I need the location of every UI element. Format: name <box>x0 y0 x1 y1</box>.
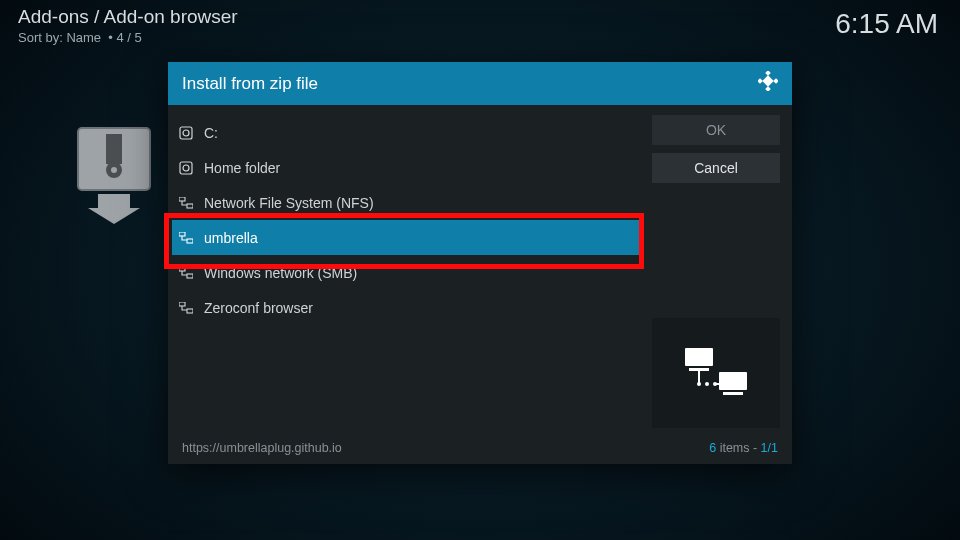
dialog-side-column: OK Cancel <box>652 115 780 428</box>
breadcrumb: Add-ons / Add-on browser <box>18 6 238 28</box>
footer-page: 1/1 <box>761 441 778 455</box>
svg-rect-14 <box>179 197 185 201</box>
svg-rect-19 <box>187 274 193 278</box>
svg-rect-5 <box>765 71 771 76</box>
dialog-title-text: Install from zip file <box>182 74 318 94</box>
dialog-footer: https://umbrellaplug.github.io 6 items -… <box>168 434 792 464</box>
file-row-label: umbrella <box>204 230 258 246</box>
svg-rect-8 <box>773 78 778 84</box>
footer-items-sep: - <box>750 441 761 455</box>
svg-rect-7 <box>758 78 763 84</box>
svg-rect-15 <box>187 204 193 208</box>
clock: 6:15 AM <box>835 8 938 40</box>
file-list: C: Home folder Network File System (NFS)… <box>172 115 640 428</box>
footer-count: 6 items - 1/1 <box>709 441 778 455</box>
file-row-label: C: <box>204 125 218 141</box>
file-row-nfs[interactable]: Network File System (NFS) <box>172 185 640 220</box>
file-row-smb[interactable]: Windows network (SMB) <box>172 255 640 290</box>
footer-path: https://umbrellaplug.github.io <box>182 441 342 455</box>
file-row-label: Network File System (NFS) <box>204 195 374 211</box>
sort-value: Name <box>66 30 101 45</box>
file-row-label: Zeroconf browser <box>204 300 313 316</box>
svg-point-4 <box>111 167 117 173</box>
svg-rect-10 <box>180 127 192 139</box>
svg-rect-22 <box>685 348 713 366</box>
svg-rect-12 <box>180 162 192 174</box>
ok-button[interactable]: OK <box>652 115 780 145</box>
dialog-title-bar: Install from zip file <box>168 62 792 105</box>
svg-rect-9 <box>762 75 773 86</box>
network-icon <box>178 195 194 211</box>
file-row-c-drive[interactable]: C: <box>172 115 640 150</box>
svg-rect-24 <box>719 372 747 390</box>
preview-thumbnail <box>652 318 780 428</box>
svg-point-27 <box>705 382 709 386</box>
page-position: 4 / 5 <box>117 30 142 45</box>
svg-rect-20 <box>179 302 185 306</box>
svg-rect-6 <box>765 86 771 91</box>
kodi-logo-icon <box>758 71 778 96</box>
sort-line: Sort by: Name • 4 / 5 <box>18 30 238 45</box>
svg-rect-21 <box>187 309 193 313</box>
file-row-home-folder[interactable]: Home folder <box>172 150 640 185</box>
file-row-label: Home folder <box>204 160 280 176</box>
file-row-umbrella[interactable]: umbrella <box>172 220 640 255</box>
sort-label: Sort by: <box>18 30 63 45</box>
svg-rect-18 <box>179 267 185 271</box>
svg-rect-2 <box>106 134 122 164</box>
network-icon <box>178 265 194 281</box>
footer-items-word: items <box>716 441 749 455</box>
disk-icon <box>178 125 194 141</box>
install-zip-dialog: Install from zip file C: Home folder <box>168 62 792 464</box>
network-icon <box>178 300 194 316</box>
zip-download-icon <box>76 126 152 224</box>
svg-rect-16 <box>179 232 185 236</box>
svg-rect-25 <box>723 392 743 395</box>
svg-point-13 <box>183 165 189 171</box>
svg-point-11 <box>183 130 189 136</box>
file-row-zeroconf[interactable]: Zeroconf browser <box>172 290 640 325</box>
dialog-body: C: Home folder Network File System (NFS)… <box>168 105 792 434</box>
network-icon <box>178 230 194 246</box>
disk-icon <box>178 160 194 176</box>
header: Add-ons / Add-on browser Sort by: Name •… <box>18 6 238 45</box>
sort-sep: • <box>108 30 113 45</box>
svg-rect-23 <box>689 368 709 371</box>
svg-rect-17 <box>187 239 193 243</box>
cancel-button[interactable]: Cancel <box>652 153 780 183</box>
file-row-label: Windows network (SMB) <box>204 265 357 281</box>
